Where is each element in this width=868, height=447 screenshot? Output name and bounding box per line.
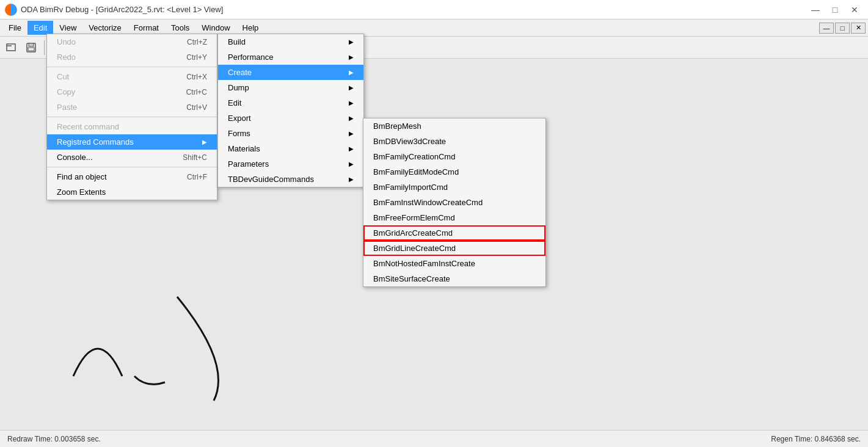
menu-copy[interactable]: Copy Ctrl+C [47, 84, 217, 100]
menu-paste[interactable]: Paste Ctrl+V [47, 100, 217, 115]
submenu-performance[interactable]: Performance ▶ [218, 49, 363, 65]
close-button[interactable]: ✕ [846, 4, 863, 16]
create-submenu: BmBrepMesh BmDBView3dCreate BmFamilyCrea… [363, 118, 546, 287]
title-bar: ODA BimRv Debug - [GridArc2022_5.rvt: <L… [0, 0, 868, 20]
edit-dropdown: Undo Ctrl+Z Redo Ctrl+Y Cut Ctrl+X Copy … [46, 34, 217, 200]
inner-minimize-btn[interactable]: — [819, 23, 834, 34]
submenu-tbdevguide[interactable]: TBDevGuideCommands ▶ [218, 172, 363, 187]
status-bar: Redraw Time: 0.003658 sec. Regen Time: 0… [0, 430, 868, 447]
create-bm-family-edit[interactable]: BmFamilyEditModeCmd [363, 164, 545, 180]
menu-console[interactable]: Console... Shift+C [47, 150, 217, 165]
separator-2 [47, 117, 217, 117]
submenu-edit[interactable]: Edit ▶ [218, 95, 363, 111]
menu-redo[interactable]: Redo Ctrl+Y [47, 49, 217, 65]
title-bar-controls: — □ ✕ [807, 4, 863, 16]
toolbar-save-btn[interactable] [22, 39, 40, 56]
menu-help[interactable]: Help [236, 21, 265, 35]
create-bm-fam-inst-window[interactable]: BmFamInstWindowCreateCmd [363, 195, 545, 210]
create-bm-grid-arc[interactable]: BmGridArcCreateCmd [363, 225, 545, 241]
open-icon [6, 42, 17, 53]
submenu-parameters[interactable]: Parameters ▶ [218, 156, 363, 172]
menu-window[interactable]: Window [195, 21, 236, 35]
maximize-button[interactable]: □ [826, 4, 844, 16]
separator-3 [47, 167, 217, 167]
create-bm-family-creation[interactable]: BmFamilyCreationCmd [363, 149, 545, 164]
create-bm-family-import[interactable]: BmFamilyImportCmd [363, 180, 545, 195]
submenu-materials[interactable]: Materials ▶ [218, 141, 363, 156]
save-icon [26, 42, 37, 53]
submenu-forms[interactable]: Forms ▶ [218, 126, 363, 141]
menu-recent-command[interactable]: Recent command [47, 119, 217, 134]
menu-vectorize[interactable]: Vectorize [82, 21, 127, 35]
menu-registered-commands[interactable]: Registred Commands ▶ [47, 134, 217, 150]
svg-rect-2 [29, 43, 34, 46]
create-bm-not-hosted[interactable]: BmNotHostedFamInstCreate [363, 256, 545, 271]
menu-file[interactable]: File [2, 21, 27, 35]
reg-commands-submenu: Build ▶ Performance ▶ Create ▶ Dump ▶ Ed… [217, 34, 364, 187]
menu-cut[interactable]: Cut Ctrl+X [47, 69, 217, 84]
submenu-create[interactable]: Create ▶ [218, 65, 363, 80]
create-bm-dbview3d[interactable]: BmDBView3dCreate [363, 134, 545, 149]
create-bm-brep-mesh[interactable]: BmBrepMesh [363, 118, 545, 134]
submenu-build[interactable]: Build ▶ [218, 34, 363, 49]
separator-1 [47, 67, 217, 67]
svg-rect-3 [28, 48, 34, 51]
regen-time: Regen Time: 0.846368 sec. [771, 435, 861, 443]
toolbar-open-btn[interactable] [2, 39, 21, 56]
submenu-export[interactable]: Export ▶ [218, 111, 363, 126]
menu-zoom-extents[interactable]: Zoom Extents [47, 184, 217, 200]
menu-view[interactable]: View [53, 21, 82, 35]
menu-find-object[interactable]: Find an object Ctrl+F [47, 169, 217, 184]
redraw-time: Redraw Time: 0.003658 sec. [7, 435, 101, 443]
minimize-button[interactable]: — [807, 4, 824, 16]
inner-window-controls: — □ ✕ [819, 23, 866, 34]
svg-rect-0 [7, 44, 15, 51]
title-bar-text: ODA BimRv Debug - [GridArc2022_5.rvt: <L… [21, 5, 807, 14]
menu-edit[interactable]: Edit [27, 21, 53, 35]
toolbar-separator [44, 40, 45, 55]
inner-restore-btn[interactable]: □ [835, 23, 850, 34]
create-bm-grid-line[interactable]: BmGridLineCreateCmd [363, 241, 545, 256]
app-logo [5, 4, 17, 16]
create-bm-free-form[interactable]: BmFreeFormElemCmd [363, 210, 545, 225]
menu-tools[interactable]: Tools [165, 21, 195, 35]
menu-undo[interactable]: Undo Ctrl+Z [47, 34, 217, 49]
submenu-dump[interactable]: Dump ▶ [218, 80, 363, 95]
menu-format[interactable]: Format [128, 21, 165, 35]
inner-close-btn[interactable]: ✕ [851, 23, 866, 34]
create-bm-site-surface[interactable]: BmSiteSurfaceCreate [363, 271, 545, 286]
